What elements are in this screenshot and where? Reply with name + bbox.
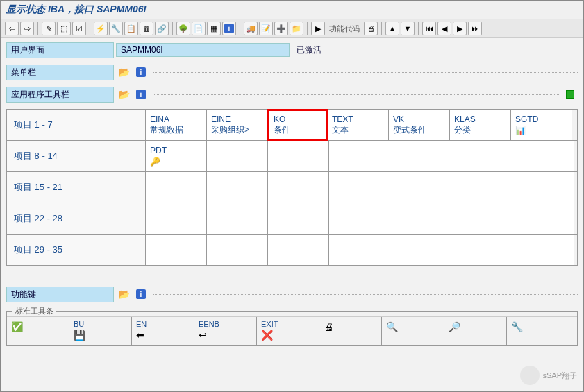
expand-icon[interactable]: 📂 — [116, 65, 131, 79]
grid-cell[interactable] — [451, 141, 512, 171]
grid-cell[interactable]: PDT🔑 — [146, 141, 207, 171]
func-key-label: BU — [74, 320, 127, 328]
grid-cell[interactable] — [329, 172, 390, 203]
func-key-cell[interactable]: ✅ — [7, 317, 69, 345]
grid-row: 项目 8 - 14PDT🔑 — [7, 141, 577, 172]
grid-cell[interactable] — [207, 235, 268, 265]
func-key-cell[interactable]: 🖨 — [319, 317, 382, 345]
copy-icon[interactable]: 📋 — [124, 22, 138, 35]
grid-cell[interactable]: EINE采购组织> — [207, 110, 268, 140]
display-change-icon[interactable]: ✎ — [42, 22, 56, 35]
grid-cell[interactable] — [512, 172, 574, 203]
cell-code: VK — [393, 114, 445, 124]
cell-code: TEXT — [332, 114, 384, 124]
grid-cell[interactable]: KLAS分类 — [450, 110, 511, 140]
grid-cell[interactable] — [268, 172, 329, 203]
func-key-cell[interactable]: EN⬅ — [132, 317, 194, 345]
hierarchy-icon[interactable]: 🌳 — [176, 22, 190, 35]
transport-icon[interactable]: 🚚 — [244, 22, 258, 35]
info-icon[interactable]: i — [133, 287, 149, 301]
test-icon[interactable]: 🔧 — [109, 22, 123, 35]
grid-cell[interactable] — [451, 172, 512, 203]
func-code-label: 功能代码 — [329, 24, 360, 34]
check-icon[interactable]: ☑ — [72, 22, 86, 35]
activate-icon[interactable]: ⚡ — [94, 22, 108, 35]
grid-cell[interactable]: KO条件 — [267, 109, 328, 141]
last-icon[interactable]: ▼ — [401, 22, 415, 35]
where-used-icon[interactable]: 🔗 — [155, 22, 169, 35]
window-title: 显示状态 IBA，接口 SAPMM06I — [1, 1, 583, 19]
print-icon[interactable]: 🖨 — [364, 22, 378, 35]
func-key-label: EENB — [199, 320, 252, 328]
grid-cell[interactable] — [390, 235, 451, 265]
first-icon[interactable]: ▲ — [385, 22, 399, 35]
grid-cell[interactable] — [146, 203, 207, 234]
nav-next-icon[interactable]: ▶ — [453, 22, 467, 35]
grid-cell[interactable] — [512, 203, 574, 234]
grid-cell[interactable]: EINA常规数据 — [146, 110, 207, 140]
grid-cell[interactable] — [268, 141, 329, 171]
info-icon[interactable]: i — [133, 65, 149, 79]
grid-row-label: 项目 29 - 35 — [7, 235, 146, 265]
func-key-icon: 💾 — [74, 330, 127, 341]
grid-cell[interactable] — [451, 235, 512, 265]
grid-cell[interactable] — [451, 203, 512, 234]
cell-code: EINA — [150, 114, 202, 124]
fieldset-legend: 标准工具条 — [12, 306, 56, 316]
grid-cell[interactable] — [329, 235, 390, 265]
info-icon[interactable]: i — [133, 87, 149, 101]
func-key-cell[interactable]: EENB↩ — [194, 317, 257, 345]
func-key-cell[interactable]: 🔎 — [444, 317, 507, 345]
grid-cell[interactable] — [329, 203, 390, 234]
nav-back-icon[interactable]: ⇦ — [5, 22, 19, 35]
cell-desc: 条件 — [274, 124, 322, 136]
nav-last-icon[interactable]: ⏭ — [468, 22, 482, 35]
other-object-icon[interactable]: ⬚ — [57, 22, 71, 35]
grid-cell[interactable] — [207, 203, 268, 234]
func-key-cell[interactable]: 🔧 — [507, 317, 569, 345]
grid-cell[interactable] — [329, 141, 390, 171]
grid-cell[interactable] — [512, 141, 574, 171]
func-keys-label: 功能键 — [6, 287, 114, 302]
separator — [307, 22, 308, 35]
grid-cell[interactable] — [390, 172, 451, 203]
func-key-cell[interactable]: BU💾 — [69, 317, 132, 345]
grid-cell[interactable] — [207, 141, 268, 171]
grid-cell[interactable]: SGTD📊 — [511, 110, 572, 140]
grid-cell[interactable]: TEXT文本 — [328, 110, 389, 140]
user-interface-value[interactable]: SAPMM06I — [116, 43, 290, 57]
expand-icon[interactable]: 📂 — [116, 287, 131, 301]
grid-cell[interactable] — [146, 172, 207, 203]
nav-forward-icon[interactable]: ⇨ — [20, 22, 34, 35]
status-text: 已激活 — [297, 44, 322, 56]
attributes-icon[interactable]: 📝 — [259, 22, 273, 35]
grid-cell[interactable] — [268, 235, 329, 265]
delete-icon[interactable]: 🗑 — [140, 22, 153, 35]
grid-cell[interactable] — [207, 172, 268, 203]
cell-code: SGTD — [515, 114, 568, 124]
func-key-icon: 🔍 — [386, 321, 440, 332]
app-toolbar-label: 应用程序工具栏 — [6, 87, 114, 103]
nav-first-icon[interactable]: ⏮ — [422, 22, 436, 35]
layout-icon[interactable]: ▦ — [207, 22, 221, 35]
func-key-cell[interactable]: EXIT❌ — [257, 317, 319, 345]
nav-prev-icon[interactable]: ◀ — [437, 22, 451, 35]
list-icon[interactable]: 📄 — [192, 22, 206, 35]
grid-cell[interactable] — [268, 203, 329, 234]
grid-row: 项目 29 - 35 — [7, 235, 577, 265]
info-icon[interactable]: i — [222, 22, 236, 35]
variant-icon[interactable]: 📁 — [290, 22, 303, 35]
separator — [418, 22, 419, 35]
grid-cell[interactable] — [512, 235, 574, 265]
grid-cell[interactable] — [390, 203, 451, 234]
cell-desc: 常规数据 — [150, 124, 202, 136]
separator — [37, 22, 38, 35]
main-toolbar: ⇦ ⇨ ✎ ⬚ ☑ ⚡ 🔧 📋 🗑 🔗 🌳 📄 ▦ i 🚚 📝 ➕ 📁 ▶ 功能… — [1, 19, 583, 38]
grid-cell[interactable] — [146, 235, 207, 265]
expand-icon[interactable]: 📂 — [116, 87, 131, 101]
grid-cell[interactable] — [390, 141, 451, 171]
execute-icon[interactable]: ▶ — [311, 22, 325, 35]
enhance-icon[interactable]: ➕ — [274, 22, 288, 35]
func-key-cell[interactable]: 🔍 — [382, 317, 444, 345]
grid-cell[interactable]: VK变式条件 — [389, 110, 450, 140]
